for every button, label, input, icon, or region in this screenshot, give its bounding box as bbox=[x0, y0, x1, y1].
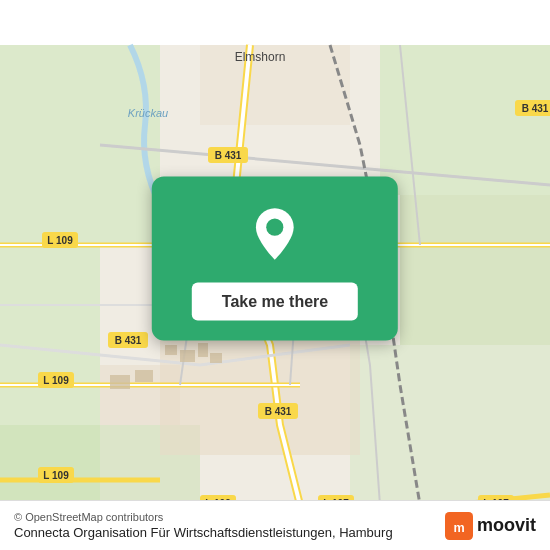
svg-text:L 109: L 109 bbox=[43, 470, 69, 481]
svg-rect-32 bbox=[198, 343, 208, 357]
svg-rect-4 bbox=[400, 195, 550, 345]
location-pin-icon bbox=[245, 207, 305, 267]
svg-point-39 bbox=[266, 219, 283, 236]
svg-rect-35 bbox=[135, 370, 153, 382]
svg-text:Krückau: Krückau bbox=[128, 107, 168, 119]
svg-rect-33 bbox=[210, 353, 222, 363]
svg-text:B 431: B 431 bbox=[215, 150, 242, 161]
location-name: Connecta Organisation Für Wirtschaftsdie… bbox=[14, 525, 393, 540]
svg-rect-6 bbox=[350, 345, 550, 505]
svg-text:B 431: B 431 bbox=[265, 406, 292, 417]
svg-rect-31 bbox=[180, 350, 195, 362]
moovit-logo: m moovit bbox=[445, 512, 536, 540]
svg-text:L 109: L 109 bbox=[47, 235, 73, 246]
moovit-icon: m bbox=[445, 512, 473, 540]
bottom-left: © OpenStreetMap contributors Connecta Or… bbox=[14, 511, 393, 540]
svg-text:L 109: L 109 bbox=[43, 375, 69, 386]
location-card: Take me there bbox=[152, 177, 398, 341]
svg-rect-30 bbox=[165, 345, 177, 355]
svg-text:B 431: B 431 bbox=[115, 335, 142, 346]
svg-text:m: m bbox=[453, 520, 464, 534]
take-me-there-button[interactable]: Take me there bbox=[192, 283, 358, 321]
osm-credit: © OpenStreetMap contributors bbox=[14, 511, 393, 523]
moovit-brand-text: moovit bbox=[477, 515, 536, 536]
map-container: B 431 B 431 B 431 L 109 L 109 L 109 L 10… bbox=[0, 0, 550, 550]
svg-rect-34 bbox=[110, 375, 130, 389]
svg-text:B 431: B 431 bbox=[522, 103, 549, 114]
svg-rect-1 bbox=[0, 45, 160, 245]
svg-text:Elmshorn: Elmshorn bbox=[235, 50, 286, 64]
bottom-bar: © OpenStreetMap contributors Connecta Or… bbox=[0, 500, 550, 550]
